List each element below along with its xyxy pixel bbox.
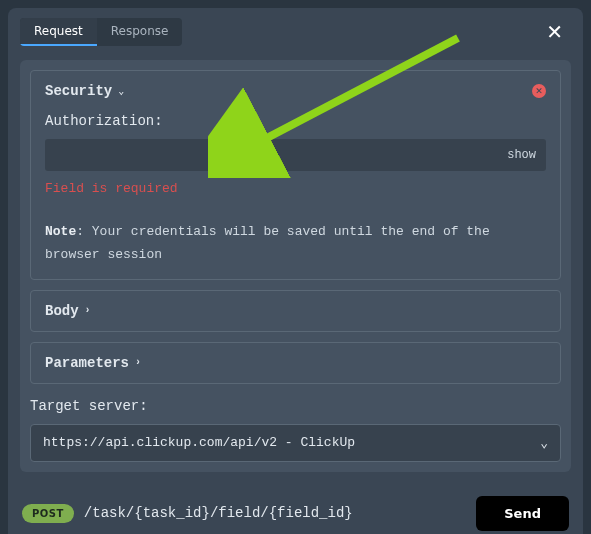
- show-toggle[interactable]: show: [507, 148, 536, 162]
- method-badge: POST: [22, 504, 74, 523]
- note-text: : Your credentials will be saved until t…: [45, 224, 490, 262]
- chevron-down-icon: ⌄: [118, 85, 124, 97]
- section-title-parameters: Parameters: [45, 355, 129, 371]
- request-path: /task/{task_id}/field/{field_id}: [84, 505, 466, 521]
- note-prefix: Note: [45, 224, 76, 239]
- tab-response[interactable]: Response: [97, 18, 183, 46]
- body-section: Body ›: [30, 290, 561, 332]
- security-section: Security ⌄ Authorization: show Field is …: [30, 70, 561, 280]
- request-bar: POST /task/{task_id}/field/{field_id} Se…: [8, 484, 583, 534]
- send-button[interactable]: Send: [476, 496, 569, 531]
- tab-request[interactable]: Request: [20, 18, 97, 46]
- section-title-body: Body: [45, 303, 79, 319]
- error-message: Field is required: [45, 181, 546, 196]
- body-header[interactable]: Body ›: [45, 303, 546, 319]
- target-server-select[interactable]: https://api.clickup.com/api/v2 - ClickUp…: [30, 424, 561, 462]
- parameters-section: Parameters ›: [30, 342, 561, 384]
- close-icon[interactable]: ✕: [538, 16, 571, 48]
- authorization-label: Authorization:: [45, 113, 546, 129]
- chevron-down-icon: ⌄: [540, 435, 548, 451]
- parameters-header[interactable]: Parameters ›: [45, 355, 546, 371]
- authorization-input-row: show: [45, 139, 546, 171]
- chevron-right-icon: ›: [85, 305, 91, 316]
- authorization-input[interactable]: [55, 145, 507, 165]
- section-title-security: Security: [45, 83, 112, 99]
- tabs-container: Request Response: [20, 18, 182, 46]
- target-server-value: https://api.clickup.com/api/v2 - ClickUp: [43, 435, 355, 450]
- credentials-note: Note: Your credentials will be saved unt…: [45, 220, 546, 267]
- target-server-label: Target server:: [30, 398, 561, 414]
- security-header[interactable]: Security ⌄: [45, 83, 546, 99]
- chevron-right-icon: ›: [135, 357, 141, 368]
- remove-icon[interactable]: [532, 84, 546, 98]
